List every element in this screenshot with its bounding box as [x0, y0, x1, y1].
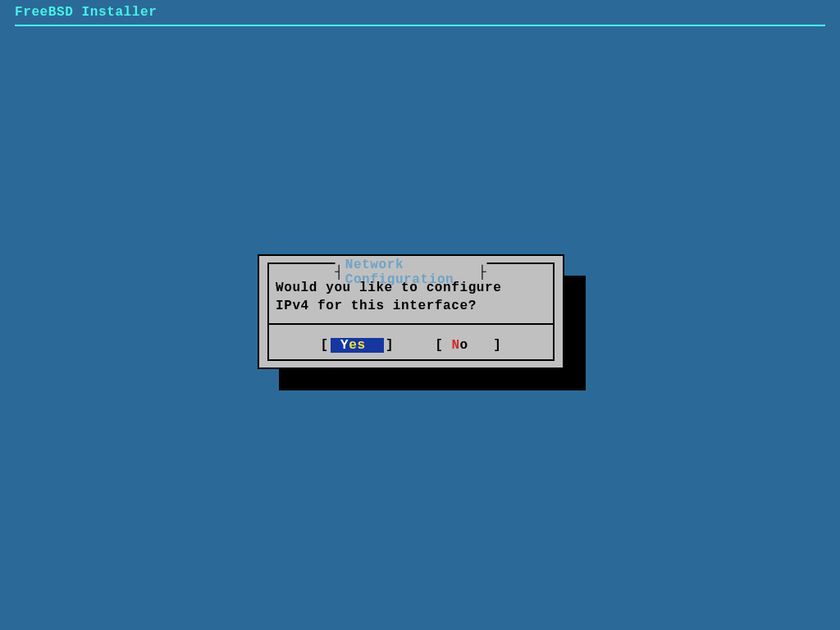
- dialog-body-line2: IPv4 for this interface?: [276, 299, 477, 313]
- button-separator: [267, 323, 555, 325]
- no-rest: o: [460, 338, 468, 353]
- no-accel: N: [451, 338, 459, 353]
- network-config-dialog: ┤ Network Configuration ├ Would you like…: [258, 254, 564, 369]
- title-pipe-right: ├: [478, 265, 486, 280]
- no-button[interactable]: [ No ]: [435, 338, 501, 353]
- yes-rest: es: [349, 338, 365, 353]
- dialog-body: Would you like to configure IPv4 for thi…: [276, 279, 546, 315]
- title-pipe-left: ┤: [336, 265, 344, 280]
- bracket-close: ]: [386, 338, 394, 353]
- bracket-open: [: [321, 338, 329, 353]
- page-title: FreeBSD Installer: [15, 5, 157, 20]
- yes-accel: Y: [340, 338, 349, 353]
- button-row: [ Yes ] [ No ]: [267, 330, 555, 361]
- header-divider: [15, 25, 825, 26]
- dialog-body-line1: Would you like to configure: [276, 281, 501, 295]
- bracket-close: ]: [493, 338, 501, 353]
- yes-button[interactable]: [ Yes ]: [321, 338, 395, 353]
- bracket-open: [: [435, 338, 443, 353]
